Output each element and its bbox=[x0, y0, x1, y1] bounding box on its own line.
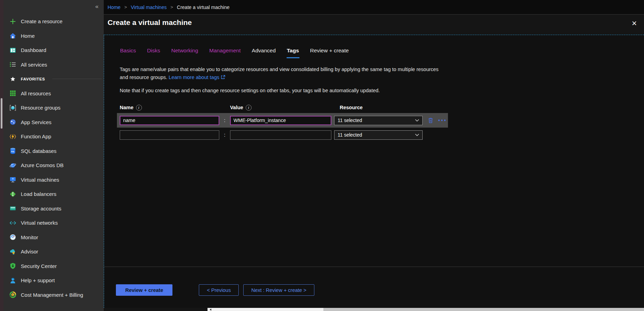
resource-dropdown[interactable]: 11 selected bbox=[334, 130, 423, 140]
resource-dropdown[interactable]: 11 selected bbox=[334, 116, 423, 125]
tag-name-input[interactable] bbox=[120, 130, 219, 140]
external-link-icon bbox=[221, 74, 225, 82]
horizontal-scrollbar[interactable] bbox=[207, 308, 644, 311]
sidebar-item-label: Dashboard bbox=[21, 47, 46, 53]
review-create-button[interactable]: Review + create bbox=[116, 284, 172, 296]
tags-table: Name i Value i Resource bbox=[120, 102, 644, 142]
info-icon[interactable]: i bbox=[136, 105, 142, 111]
sidebar-item-label: Storage accounts bbox=[21, 206, 61, 211]
security-center-icon bbox=[9, 262, 16, 269]
sidebar-item-dashboard[interactable]: Dashboard bbox=[3, 43, 104, 58]
star-icon bbox=[9, 76, 16, 83]
sidebar-section-label: FAVORITES bbox=[21, 77, 45, 81]
breadcrumb-current: Create a virtual machine bbox=[177, 5, 230, 10]
sidebar-item-help-support[interactable]: Help + support bbox=[3, 273, 104, 288]
sidebar-collapse-button[interactable]: « bbox=[93, 3, 101, 10]
sidebar-item-home[interactable]: Home bbox=[3, 29, 104, 43]
previous-button[interactable]: < Previous bbox=[199, 284, 239, 296]
tag-name-input[interactable] bbox=[120, 116, 219, 125]
home-icon bbox=[9, 32, 16, 39]
column-header-resource: Resource bbox=[334, 105, 423, 110]
sidebar-item-function-app[interactable]: Function App bbox=[3, 129, 104, 144]
resource-group-icon bbox=[9, 104, 16, 111]
tags-note: Note that if you create tags and then ch… bbox=[120, 88, 644, 93]
sidebar-item-label: Azure Cosmos DB bbox=[21, 162, 63, 168]
sidebar-item-all-services[interactable]: All services bbox=[3, 58, 104, 72]
sidebar-item-cost-management-billing[interactable]: $Cost Management + Billing bbox=[3, 288, 104, 302]
breadcrumb-virtual-machines-link[interactable]: Virtual machines bbox=[131, 5, 167, 10]
sidebar-item-load-balancers[interactable]: Load balancers bbox=[3, 187, 104, 201]
scroll-left-arrow-icon[interactable] bbox=[210, 309, 211, 311]
advisor-icon bbox=[9, 248, 16, 255]
sidebar-item-sql-databases[interactable]: SQLSQL databases bbox=[3, 144, 104, 158]
tab-advanced[interactable]: Advanced bbox=[252, 47, 276, 58]
sidebar-item-label: Cost Management + Billing bbox=[21, 292, 83, 298]
column-header-value: Value i bbox=[230, 105, 331, 111]
close-icon[interactable]: ✕ bbox=[629, 19, 639, 28]
tab-basics[interactable]: Basics bbox=[120, 47, 136, 58]
sidebar-item-label: Virtual machines bbox=[21, 177, 59, 183]
next-button[interactable]: Next : Review + create > bbox=[243, 284, 314, 296]
list-icon bbox=[9, 61, 16, 68]
window-edge-strip bbox=[0, 0, 3, 311]
function-app-icon bbox=[9, 133, 16, 140]
sidebar-item-label: SQL databases bbox=[21, 148, 57, 154]
tag-value-input[interactable] bbox=[230, 130, 331, 140]
sidebar-item-label: Resource groups bbox=[21, 105, 60, 111]
sidebar-item-all-resources[interactable]: All resources bbox=[3, 86, 104, 101]
sidebar-item-storage-accounts[interactable]: Storage accounts bbox=[3, 201, 104, 216]
cost-management-icon: $ bbox=[9, 291, 16, 298]
sidebar-item-label: Home bbox=[21, 33, 35, 39]
row-actions bbox=[423, 117, 448, 123]
breadcrumb-home-link[interactable]: Home bbox=[108, 5, 120, 10]
sidebar-scrollbar-thumb[interactable] bbox=[1, 98, 2, 129]
sidebar-item-app-services[interactable]: App Services bbox=[3, 115, 104, 130]
sidebar-item-create-a-resource[interactable]: Create a resource bbox=[3, 14, 104, 29]
sidebar-item-label: All services bbox=[21, 62, 47, 68]
tags-description: Tags are name/value pairs that enable yo… bbox=[120, 66, 441, 82]
tab-management[interactable]: Management bbox=[209, 47, 241, 58]
azure-portal: { "controls": { "collapse_icon": "«", "c… bbox=[0, 0, 644, 311]
footer: Review + create < Previous Next : Review… bbox=[116, 284, 314, 296]
sidebar-item-label: Security Center bbox=[21, 263, 57, 269]
info-icon[interactable]: i bbox=[246, 105, 252, 111]
sidebar-item-label: Function App bbox=[21, 133, 51, 139]
virtual-network-icon bbox=[9, 219, 16, 226]
more-options-icon[interactable] bbox=[438, 119, 446, 121]
tab-bar: BasicsDisksNetworkingManagementAdvancedT… bbox=[120, 47, 644, 58]
breadcrumb: Home > Virtual machines > Create a virtu… bbox=[104, 0, 644, 15]
sidebar-item-virtual-machines[interactable]: Virtual machines bbox=[3, 173, 104, 187]
tag-value-input[interactable] bbox=[230, 116, 331, 125]
sql-database-icon: SQL bbox=[9, 147, 16, 154]
sidebar-item-resource-groups[interactable]: Resource groups bbox=[3, 101, 104, 115]
sidebar-item-security-center[interactable]: Security Center bbox=[3, 259, 104, 274]
tab-networking[interactable]: Networking bbox=[171, 47, 199, 58]
main-area: Home > Virtual machines > Create a virtu… bbox=[104, 0, 644, 311]
sidebar-item-monitor[interactable]: Monitor bbox=[3, 230, 104, 245]
tags-table-header: Name i Value i Resource bbox=[120, 102, 448, 113]
sidebar-item-label: Create a resource bbox=[21, 18, 62, 24]
tab-disks[interactable]: Disks bbox=[147, 47, 161, 58]
tab-tags[interactable]: Tags bbox=[287, 47, 299, 58]
trash-icon[interactable] bbox=[428, 117, 433, 123]
tags-description-text: Tags are name/value pairs that enable yo… bbox=[120, 67, 439, 80]
breadcrumb-separator: > bbox=[124, 5, 127, 10]
sidebar: « Create a resourceHomeDashboardAll serv… bbox=[0, 0, 104, 311]
sidebar-item-azure-cosmos-db[interactable]: Azure Cosmos DB bbox=[3, 158, 104, 173]
footer-divider bbox=[104, 267, 644, 267]
sidebar-item-virtual-networks[interactable]: Virtual networks bbox=[3, 216, 104, 230]
page-title: Create a virtual machine bbox=[108, 18, 192, 27]
sidebar-nav: Create a resourceHomeDashboardAll servic… bbox=[3, 14, 104, 302]
chevron-down-icon bbox=[415, 119, 419, 122]
name-value-separator: : bbox=[219, 118, 230, 123]
learn-more-about-tags-link[interactable]: Learn more about tags bbox=[169, 75, 219, 80]
chevron-down-icon bbox=[415, 133, 419, 136]
titlebar: Create a virtual machine ✕ bbox=[104, 15, 644, 35]
sidebar-item-advisor[interactable]: Advisor bbox=[3, 244, 104, 259]
app-services-icon bbox=[9, 119, 16, 126]
horizontal-scrollbar-thumb[interactable] bbox=[323, 308, 644, 311]
tab-review-create[interactable]: Review + create bbox=[310, 47, 349, 58]
tag-row: : 11 selected bbox=[120, 128, 448, 142]
load-balancer-icon bbox=[9, 191, 16, 198]
plus-icon bbox=[9, 18, 16, 25]
